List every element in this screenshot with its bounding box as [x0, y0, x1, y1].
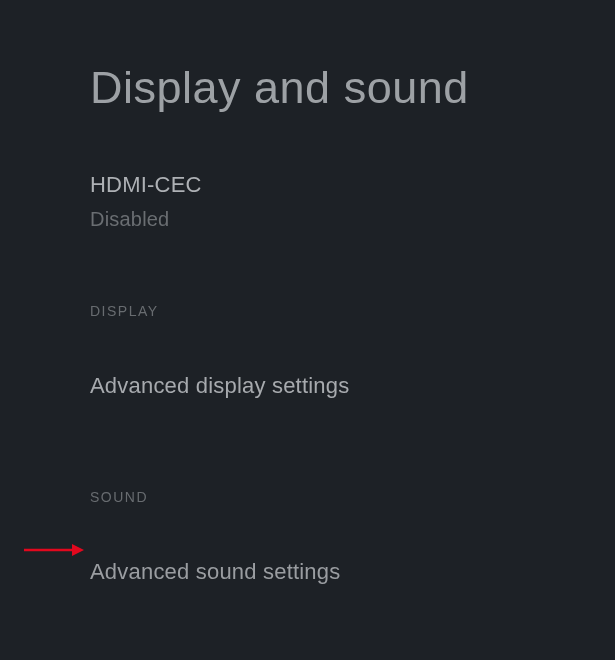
- setting-item-value: Disabled: [90, 208, 585, 231]
- section-header-sound: SOUND: [90, 489, 585, 505]
- svg-marker-1: [72, 544, 84, 556]
- annotation-arrow-icon: [24, 540, 84, 560]
- setting-item-hdmi-cec[interactable]: HDMI-CEC Disabled: [90, 172, 585, 231]
- advanced-sound-settings-link[interactable]: Advanced sound settings: [90, 559, 585, 585]
- section-header-display: DISPLAY: [90, 303, 585, 319]
- settings-screen: Display and sound HDMI-CEC Disabled DISP…: [0, 0, 615, 660]
- advanced-display-settings-link[interactable]: Advanced display settings: [90, 373, 585, 399]
- page-title: Display and sound: [90, 0, 585, 114]
- setting-item-label: HDMI-CEC: [90, 172, 585, 198]
